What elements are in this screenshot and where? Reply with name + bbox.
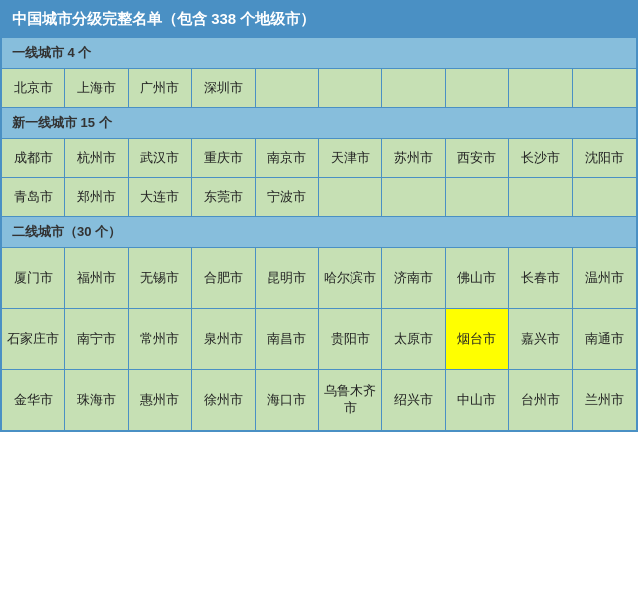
cell: 杭州市 xyxy=(65,139,128,177)
cell xyxy=(382,178,445,216)
cell: 南宁市 xyxy=(65,309,128,369)
cell: 重庆市 xyxy=(192,139,255,177)
cell: 太原市 xyxy=(382,309,445,369)
tier2-row-2: 金华市 珠海市 惠州市 徐州市 海口市 乌鲁木齐市 绍兴市 中山市 台州市 兰州… xyxy=(2,369,636,430)
cell: 长春市 xyxy=(509,248,572,308)
cell xyxy=(446,69,509,107)
cell: 佛山市 xyxy=(446,248,509,308)
cell: 上海市 xyxy=(65,69,128,107)
cell xyxy=(509,178,572,216)
cell: 南昌市 xyxy=(256,309,319,369)
cell: 温州市 xyxy=(573,248,636,308)
main-table: 中国城市分级完整名单（包含 338 个地级市） 一线城市 4 个 北京市 上海市… xyxy=(0,0,638,432)
cell: 西安市 xyxy=(446,139,509,177)
table-title: 中国城市分级完整名单（包含 338 个地级市） xyxy=(2,2,636,37)
cell: 金华市 xyxy=(2,370,65,430)
cell: 大连市 xyxy=(129,178,192,216)
cell: 济南市 xyxy=(382,248,445,308)
cell: 沈阳市 xyxy=(573,139,636,177)
cell: 广州市 xyxy=(129,69,192,107)
cell: 东莞市 xyxy=(192,178,255,216)
cell: 深圳市 xyxy=(192,69,255,107)
new-tier1-row-0: 成都市 杭州市 武汉市 重庆市 南京市 天津市 苏州市 西安市 长沙市 沈阳市 xyxy=(2,138,636,177)
cell: 贵阳市 xyxy=(319,309,382,369)
cell: 厦门市 xyxy=(2,248,65,308)
cell: 徐州市 xyxy=(192,370,255,430)
cell xyxy=(573,69,636,107)
cell: 常州市 xyxy=(129,309,192,369)
cell: 海口市 xyxy=(256,370,319,430)
cell: 乌鲁木齐市 xyxy=(319,370,382,430)
cell-highlight-yantai: 烟台市 xyxy=(446,309,509,369)
cell xyxy=(573,178,636,216)
section-header-tier2: 二线城市（30 个） xyxy=(2,216,636,247)
cell: 长沙市 xyxy=(509,139,572,177)
cell xyxy=(446,178,509,216)
cell: 苏州市 xyxy=(382,139,445,177)
tier2-row-0: 厦门市 福州市 无锡市 合肥市 昆明市 哈尔滨市 济南市 佛山市 长春市 温州市 xyxy=(2,247,636,308)
cell: 台州市 xyxy=(509,370,572,430)
cell: 合肥市 xyxy=(192,248,255,308)
cell: 无锡市 xyxy=(129,248,192,308)
cell: 中山市 xyxy=(446,370,509,430)
cell: 宁波市 xyxy=(256,178,319,216)
cell: 哈尔滨市 xyxy=(319,248,382,308)
new-tier1-row-1: 青岛市 郑州市 大连市 东莞市 宁波市 xyxy=(2,177,636,216)
cell xyxy=(256,69,319,107)
cell: 嘉兴市 xyxy=(509,309,572,369)
cell: 福州市 xyxy=(65,248,128,308)
cell: 惠州市 xyxy=(129,370,192,430)
cell: 南京市 xyxy=(256,139,319,177)
cell xyxy=(509,69,572,107)
tier2-row-1: 石家庄市 南宁市 常州市 泉州市 南昌市 贵阳市 太原市 烟台市 嘉兴市 南通市 xyxy=(2,308,636,369)
cell: 天津市 xyxy=(319,139,382,177)
cell xyxy=(382,69,445,107)
cell: 昆明市 xyxy=(256,248,319,308)
tier1-row-0: 北京市 上海市 广州市 深圳市 xyxy=(2,68,636,107)
cell: 青岛市 xyxy=(2,178,65,216)
cell: 武汉市 xyxy=(129,139,192,177)
cell xyxy=(319,69,382,107)
cell: 南通市 xyxy=(573,309,636,369)
cell: 兰州市 xyxy=(573,370,636,430)
cell: 珠海市 xyxy=(65,370,128,430)
section-header-tier-new1: 新一线城市 15 个 xyxy=(2,107,636,138)
cell: 泉州市 xyxy=(192,309,255,369)
cell: 成都市 xyxy=(2,139,65,177)
cell: 绍兴市 xyxy=(382,370,445,430)
cell xyxy=(319,178,382,216)
cell: 石家庄市 xyxy=(2,309,65,369)
cell: 北京市 xyxy=(2,69,65,107)
section-header-tier1: 一线城市 4 个 xyxy=(2,37,636,68)
cell: 郑州市 xyxy=(65,178,128,216)
